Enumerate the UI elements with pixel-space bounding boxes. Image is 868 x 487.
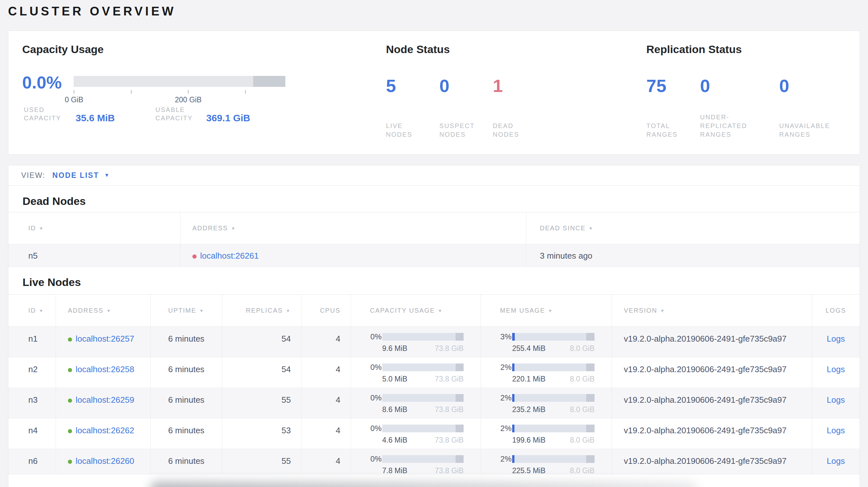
column-header-version[interactable]: VERSION▼: [612, 295, 812, 326]
capacity-bar-track: [74, 76, 285, 87]
capacity-usage-cell: 0% 5.0 MiB 73.8 GiB: [351, 357, 480, 388]
usable-capacity-label: USABLE CAPACITY: [155, 105, 206, 122]
capacity-usage-cell: 0% 8.6 MiB 73.8 GiB: [351, 388, 480, 418]
mem-total-value: 8.0 GiB: [570, 375, 594, 383]
live-status-dot-icon: [68, 460, 72, 464]
capacity-used-value: 5.0 MiB: [382, 375, 407, 383]
under-replicated-ranges-count: 0: [700, 76, 779, 95]
logs-link[interactable]: Logs: [827, 334, 845, 344]
column-header-label: ADDRESS: [68, 307, 103, 314]
capacity-percent: 0%: [370, 424, 381, 433]
total-ranges-count: 75: [646, 76, 700, 95]
page-title: CLUSTER OVERVIEW: [8, 4, 176, 19]
node-id-cell: n1: [8, 327, 56, 357]
column-header-address[interactable]: ADDRESS▼: [56, 295, 150, 326]
sort-arrow-icon: ▼: [660, 308, 665, 313]
logs-link[interactable]: Logs: [827, 426, 845, 435]
mem-bar-reserved: [586, 363, 594, 371]
mem-used-value: 225.5 MiB: [512, 466, 546, 474]
mem-usage-cell: 2% 199.6 MiB 8.0 GiB: [480, 419, 612, 449]
version-cell: v19.2.0-alpha.20190606-2491-gfe735c9a97: [612, 449, 812, 474]
mem-usage-cell: 2% 220.1 MiB 8.0 GiB: [480, 357, 612, 388]
logs-link[interactable]: Logs: [827, 456, 845, 466]
under-replicated-ranges-stat: 0 UNDER-REPLICATED RANGES: [700, 76, 779, 139]
view-bar: VIEW: NODE LIST ▼: [8, 165, 860, 186]
node-address-link[interactable]: localhost:26261: [200, 251, 259, 261]
dead-nodes-table: n5 localhost:26261 3 minutes ago: [8, 245, 860, 267]
sort-arrow-icon: ▼: [39, 308, 44, 313]
column-header-label: DEAD SINCE: [540, 225, 586, 232]
node-address-link[interactable]: localhost:26258: [75, 364, 134, 374]
column-header-uptime[interactable]: UPTIME▼: [150, 295, 222, 326]
logs-link[interactable]: Logs: [827, 364, 845, 374]
column-header-id[interactable]: ID▼: [8, 295, 56, 326]
live-nodes-count: 5: [386, 76, 439, 95]
column-header-mem-usage[interactable]: MEM USAGE▼: [480, 295, 612, 326]
node-address-cell: localhost:26257: [56, 327, 150, 357]
node-id-cell: n3: [8, 388, 56, 418]
capacity-percent: 0%: [370, 393, 381, 402]
node-address-link[interactable]: localhost:26260: [75, 456, 134, 466]
column-header-dead-since[interactable]: DEAD SINCE▼: [526, 212, 860, 244]
node-address-link[interactable]: localhost:26259: [75, 395, 134, 404]
mem-used-value: 220.1 MiB: [512, 375, 546, 383]
column-header-label: UPTIME: [168, 307, 196, 314]
node-id-cell: n2: [8, 357, 56, 388]
table-row: n5 localhost:26261 3 minutes ago: [8, 245, 860, 267]
replicas-cell: 55: [222, 388, 301, 418]
view-selector[interactable]: NODE LIST: [53, 171, 99, 180]
under-replicated-ranges-label: UNDER-REPLICATED RANGES: [700, 113, 763, 139]
column-header-logs: LOGS: [812, 295, 860, 326]
node-address-cell: localhost:26261: [180, 245, 526, 267]
mem-bar-fill: [512, 363, 515, 371]
column-header-replicas[interactable]: REPLICAS▼: [222, 295, 301, 326]
column-header-id[interactable]: ID▼: [8, 212, 180, 244]
column-header-label: MEM USAGE: [500, 307, 545, 314]
live-status-dot-icon: [68, 337, 72, 342]
node-status-section: Node Status 5 LIVE NODES 0 SUSPECT NODES…: [386, 42, 646, 154]
capacity-percent: 0%: [370, 363, 381, 372]
capacity-usage-title: Capacity Usage: [22, 42, 386, 56]
capacity-percent: 0%: [370, 455, 381, 463]
mem-bar-fill: [512, 455, 515, 463]
replicas-cell: 55: [222, 449, 301, 474]
capacity-usage-cell: 0% 9.6 MiB 73.8 GiB: [351, 327, 480, 357]
total-ranges-label: TOTAL RANGES: [646, 122, 687, 139]
mem-bar: [512, 425, 594, 432]
column-header-capacity-usage[interactable]: CAPACITY USAGE▼: [351, 295, 480, 326]
capacity-total-value: 73.8 GiB: [435, 375, 464, 383]
node-address-cell: localhost:26262: [56, 419, 150, 449]
table-row: n2 localhost:26258 6 minutes 54 4 0% 5.0…: [8, 357, 860, 388]
sort-arrow-icon: ▼: [231, 226, 236, 231]
capacity-bar: [382, 363, 464, 371]
mem-used-value: 199.6 MiB: [512, 436, 546, 445]
suspect-nodes-count: 0: [439, 76, 493, 95]
live-nodes-stat: 5 LIVE NODES: [386, 76, 439, 139]
dead-nodes-stat: 1 DEAD NODES: [493, 76, 546, 139]
dead-nodes-label: DEAD NODES: [493, 122, 533, 139]
node-address-link[interactable]: localhost:26257: [75, 334, 134, 344]
capacity-bar: [382, 455, 464, 463]
column-header-label: ID: [28, 307, 36, 314]
capacity-used-percent: 0.0%: [22, 76, 74, 89]
mem-bar: [512, 363, 594, 371]
axis-tick: [245, 90, 246, 94]
mem-bar: [512, 333, 594, 340]
column-header-address[interactable]: ADDRESS▼: [180, 212, 526, 244]
mem-usage-cell: 2% 225.5 MiB 8.0 GiB: [480, 449, 612, 474]
capacity-bar: [382, 333, 464, 340]
replication-status-section: Replication Status 75 TOTAL RANGES 0 UND…: [646, 42, 860, 154]
mem-usage-cell: 3% 255.4 MiB 8.0 GiB: [480, 327, 612, 357]
uptime-cell: 6 minutes: [150, 357, 222, 388]
sort-arrow-icon: ▼: [199, 308, 204, 313]
live-nodes-table: n1 localhost:26257 6 minutes 54 4 0% 9.6…: [8, 327, 860, 475]
unavailable-ranges-label: UNAVAILABLE RANGES: [779, 122, 848, 139]
mem-bar: [512, 455, 594, 463]
logs-link[interactable]: Logs: [827, 395, 845, 404]
capacity-usage-cell: 0% 4.6 MiB 73.8 GiB: [351, 419, 480, 449]
mem-used-value: 255.4 MiB: [512, 344, 546, 353]
node-id-cell: n5: [8, 245, 180, 267]
version-cell: v19.2.0-alpha.20190606-2491-gfe735c9a97: [612, 357, 812, 388]
chevron-down-icon[interactable]: ▼: [104, 172, 110, 178]
node-address-link[interactable]: localhost:26262: [75, 426, 134, 435]
